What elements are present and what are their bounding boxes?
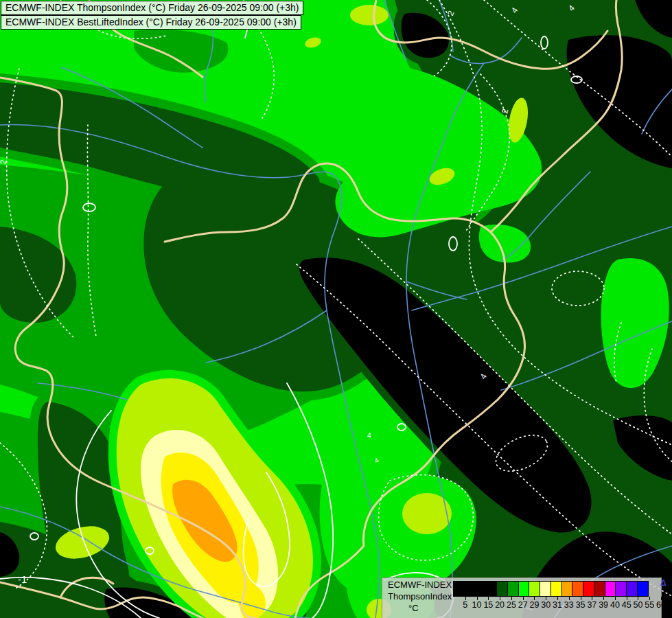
legend-swatch bbox=[637, 581, 649, 597]
legend-swatch bbox=[615, 581, 627, 597]
contour-label: -1 bbox=[18, 573, 27, 585]
map-canvas: 24422-1444 bbox=[0, 0, 672, 618]
legend-swatch bbox=[496, 581, 508, 597]
legend-box: ECMWF-INDEX ThompsonIndex °C 51015202527… bbox=[382, 577, 662, 618]
legend-swatch bbox=[529, 581, 540, 597]
legend-swatch bbox=[583, 581, 594, 597]
legend-swatch bbox=[561, 581, 573, 597]
legend-swatch bbox=[540, 581, 551, 597]
contour-label: 4 bbox=[367, 432, 371, 439]
legend-swatch bbox=[507, 581, 519, 597]
legend-color-scale bbox=[454, 581, 649, 597]
legend-swatch bbox=[453, 581, 465, 597]
legend-index-name: ThompsonIndex bbox=[388, 591, 452, 602]
legend-swatch bbox=[605, 581, 616, 597]
legend-tick-label: 60 bbox=[653, 600, 669, 610]
legend-swatch bbox=[594, 581, 605, 597]
legend-swatch bbox=[626, 581, 638, 597]
legend-unit: °C bbox=[408, 603, 419, 613]
legend-model-name: ECMWF-INDEX bbox=[388, 580, 452, 590]
title-thompson-index: ECMWF-INDEX ThompsonIndex (°C) Friday 26… bbox=[1, 1, 303, 15]
legend-swatch bbox=[572, 581, 583, 597]
title-best-lifted-index: ECMWF-INDEX BestLiftedIndex (°C) Friday … bbox=[1, 15, 301, 30]
legend-swatch bbox=[475, 581, 487, 597]
legend-swatch bbox=[551, 581, 562, 597]
legend-swatch bbox=[518, 581, 530, 597]
weather-map-screenshot: 24422-1444 ECMWF-INDEX ThompsonIndex °C … bbox=[0, 0, 672, 618]
legend-swatch bbox=[464, 581, 476, 597]
overflow-arrow-icon: Δ bbox=[660, 578, 667, 588]
legend-swatch bbox=[485, 581, 497, 597]
